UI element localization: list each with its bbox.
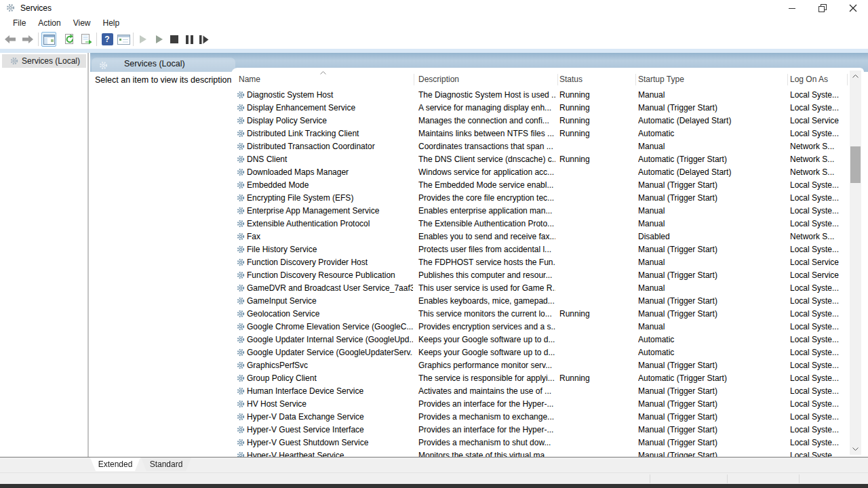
- service-name: Downloaded Maps Manager: [247, 166, 413, 179]
- table-row[interactable]: Human Interface Device Service Activates…: [231, 385, 850, 398]
- sidebar-item-label: Services (Local): [22, 56, 80, 66]
- service-description: A service for managing display enh...: [418, 102, 555, 115]
- table-row[interactable]: Enterprise App Management Service Enable…: [231, 205, 850, 218]
- table-row[interactable]: Distributed Link Tracking Client Maintai…: [231, 127, 850, 140]
- start-service-button[interactable]: [136, 32, 151, 47]
- menu-file[interactable]: File: [7, 17, 32, 29]
- column-header-log-on-as[interactable]: Log On As: [790, 75, 828, 84]
- service-logon-as: Local Syste...: [790, 411, 848, 424]
- table-row[interactable]: Display Policy Service Manages the conne…: [231, 115, 850, 127]
- table-row[interactable]: Function Discovery Resource Publication …: [231, 269, 850, 282]
- scroll-down-button[interactable]: [850, 443, 861, 455]
- service-gear-icon: [237, 142, 245, 150]
- chevron-down-icon: [852, 447, 859, 451]
- service-logon-as: Local Syste...: [790, 179, 848, 192]
- service-logon-as: Network S...: [790, 153, 848, 166]
- chevron-up-icon: [852, 75, 859, 78]
- service-gear-icon: [237, 271, 245, 279]
- table-row[interactable]: Encrypting File System (EFS) Provides th…: [231, 192, 850, 205]
- pause-service-button[interactable]: [182, 32, 197, 47]
- service-logon-as: Network S...: [790, 230, 848, 243]
- service-description: Publishes this computer and resour...: [418, 269, 555, 282]
- table-row[interactable]: Extensible Authentication Protocol The E…: [231, 218, 850, 230]
- table-row[interactable]: Hyper-V Guest Shutdown Service Provides …: [231, 436, 850, 449]
- table-row[interactable]: GameDVR and Broadcast User Service_7aaf3…: [231, 282, 850, 295]
- table-row[interactable]: GraphicsPerfSvc Graphics performance mon…: [231, 359, 850, 372]
- service-startup-type: Manual (Trigger Start): [638, 243, 785, 256]
- service-gear-icon: [237, 129, 245, 138]
- table-row[interactable]: Hyper-V Guest Service Interface Provides…: [231, 424, 850, 436]
- show-console-tree-button[interactable]: [41, 32, 56, 47]
- menu-action[interactable]: Action: [32, 17, 66, 29]
- service-name: Human Interface Device Service: [247, 385, 413, 398]
- table-row[interactable]: Diagnostic System Host The Diagnostic Sy…: [231, 89, 850, 102]
- service-startup-type: Manual (Trigger Start): [638, 424, 785, 436]
- services-window: Services File Action View Help: [0, 0, 868, 488]
- column-header-startup-type[interactable]: Startup Type: [638, 75, 684, 84]
- table-row[interactable]: Function Discovery Provider Host The FDP…: [231, 256, 850, 269]
- service-name: Google Updater Internal Service (GoogleU…: [247, 333, 413, 346]
- service-logon-as: Local Service: [790, 115, 848, 127]
- table-row[interactable]: Downloaded Maps Manager Windows service …: [231, 166, 850, 179]
- service-logon-as: Local Syste...: [790, 205, 848, 218]
- column-header-status[interactable]: Status: [559, 75, 583, 84]
- service-name: Enterprise App Management Service: [247, 205, 413, 218]
- table-row[interactable]: Geolocation Service This service monitor…: [231, 308, 850, 321]
- sidebar-item-services-local[interactable]: Services (Local): [2, 54, 86, 68]
- resume-service-button[interactable]: [152, 32, 167, 47]
- stop-service-button[interactable]: [167, 32, 182, 47]
- service-logon-as: Local Syste...: [790, 102, 848, 115]
- table-row[interactable]: Group Policy Client The service is respo…: [231, 372, 850, 385]
- help-button[interactable]: ?: [100, 32, 115, 47]
- restore-button[interactable]: [807, 0, 837, 16]
- column-divider[interactable]: [557, 74, 558, 85]
- column-divider[interactable]: [847, 74, 848, 85]
- table-row[interactable]: Google Updater Service (GoogleUpdaterSer…: [231, 346, 850, 359]
- properties-button[interactable]: [116, 32, 131, 47]
- tab-extended[interactable]: Extended: [90, 458, 140, 471]
- table-row[interactable]: Embedded Mode The Embedded Mode service …: [231, 179, 850, 192]
- export-list-button[interactable]: [79, 32, 94, 47]
- table-row[interactable]: HV Host Service Provides an interface fo…: [231, 398, 850, 411]
- table-row[interactable]: Hyper-V Data Exchange Service Provides a…: [231, 411, 850, 424]
- column-header-description[interactable]: Description: [418, 75, 459, 84]
- service-logon-as: Local Syste...: [790, 243, 848, 256]
- table-row[interactable]: DNS Client The DNS Client service (dnsca…: [231, 153, 850, 166]
- minimize-button[interactable]: [776, 0, 807, 16]
- table-row[interactable]: Distributed Transaction Coordinator Coor…: [231, 140, 850, 153]
- close-button[interactable]: [837, 0, 868, 16]
- service-name: Google Chrome Elevation Service (GoogleC…: [247, 321, 413, 333]
- menu-help[interactable]: Help: [97, 17, 126, 29]
- service-name: Fax: [247, 230, 413, 243]
- back-button[interactable]: [3, 32, 18, 47]
- forward-button[interactable]: [20, 32, 35, 47]
- service-name: DNS Client: [247, 153, 413, 166]
- vertical-scrollbar[interactable]: [850, 70, 861, 455]
- service-logon-as: Local Syste...: [790, 218, 848, 230]
- service-logon-as: Local Service: [790, 256, 848, 269]
- table-row[interactable]: Google Updater Internal Service (GoogleU…: [231, 333, 850, 346]
- table-row[interactable]: Display Enhancement Service A service fo…: [231, 102, 850, 115]
- service-logon-as: Local Syste...: [790, 282, 848, 295]
- scroll-up-button[interactable]: [850, 70, 861, 82]
- table-row[interactable]: File History Service Protects user files…: [231, 243, 850, 256]
- tab-standard[interactable]: Standard: [141, 458, 191, 471]
- service-logon-as: Local Syste...: [790, 346, 848, 359]
- column-divider[interactable]: [635, 74, 636, 85]
- column-header-name[interactable]: Name: [239, 75, 260, 84]
- list-header: Name Description Status Startup Type Log…: [231, 71, 864, 88]
- menu-view[interactable]: View: [67, 17, 97, 29]
- column-divider[interactable]: [787, 74, 788, 85]
- service-name: Hyper-V Data Exchange Service: [247, 411, 413, 424]
- refresh-button[interactable]: [62, 32, 77, 47]
- service-description: Manages the connection and confi...: [418, 115, 555, 127]
- column-divider[interactable]: [414, 74, 414, 85]
- table-row[interactable]: Google Chrome Elevation Service (GoogleC…: [231, 321, 850, 333]
- service-gear-icon: [237, 374, 245, 382]
- toolbar-separator: [96, 33, 97, 46]
- scrollbar-thumb[interactable]: [850, 146, 861, 183]
- restart-service-button[interactable]: [197, 32, 212, 47]
- table-row[interactable]: Fax Enables you to send and receive fax.…: [231, 230, 850, 243]
- service-name: Google Updater Service (GoogleUpdaterSer…: [247, 346, 413, 359]
- table-row[interactable]: GameInput Service Enables keyboards, mic…: [231, 295, 850, 308]
